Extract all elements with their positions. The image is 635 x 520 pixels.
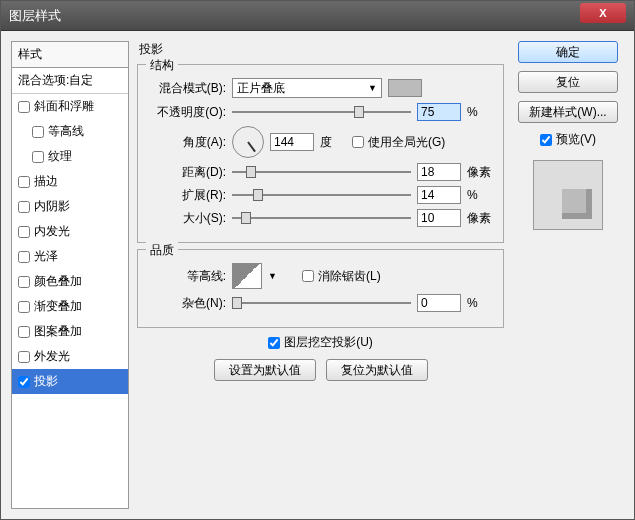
- side-panel: 确定 复位 新建样式(W)... 预览(V): [512, 41, 624, 509]
- ok-button[interactable]: 确定: [518, 41, 618, 63]
- style-item-checkbox[interactable]: [18, 326, 30, 338]
- new-style-button[interactable]: 新建样式(W)...: [518, 101, 618, 123]
- size-slider[interactable]: [232, 211, 411, 225]
- noise-label: 杂色(N):: [148, 295, 226, 312]
- style-item-label: 外发光: [34, 348, 70, 365]
- blend-options-row[interactable]: 混合选项:自定: [12, 68, 128, 94]
- layer-style-dialog: 图层样式 X 样式 混合选项:自定 斜面和浮雕等高线纹理描边内阴影内发光光泽颜色…: [0, 0, 635, 520]
- style-item-checkbox[interactable]: [18, 276, 30, 288]
- style-item-label: 等高线: [48, 123, 84, 140]
- size-input[interactable]: [417, 209, 461, 227]
- style-item-内阴影[interactable]: 内阴影: [12, 194, 128, 219]
- style-item-label: 内阴影: [34, 198, 70, 215]
- structure-group: 结构 混合模式(B): 正片叠底 不透明度(O): % 角度(A): 度: [137, 64, 504, 243]
- style-item-label: 纹理: [48, 148, 72, 165]
- style-item-描边[interactable]: 描边: [12, 169, 128, 194]
- close-button[interactable]: X: [580, 3, 626, 23]
- chevron-down-icon[interactable]: ▼: [268, 271, 280, 281]
- style-item-checkbox[interactable]: [18, 101, 30, 113]
- preview-checkbox[interactable]: 预览(V): [518, 131, 618, 148]
- style-item-图案叠加[interactable]: 图案叠加: [12, 319, 128, 344]
- style-item-投影[interactable]: 投影: [12, 369, 128, 394]
- spread-label: 扩展(R):: [148, 187, 226, 204]
- angle-label: 角度(A):: [148, 134, 226, 151]
- shadow-color-swatch[interactable]: [388, 79, 422, 97]
- style-item-颜色叠加[interactable]: 颜色叠加: [12, 269, 128, 294]
- distance-label: 距离(D):: [148, 164, 226, 181]
- contour-picker[interactable]: [232, 263, 262, 289]
- section-title: 投影: [139, 41, 504, 58]
- style-item-渐变叠加[interactable]: 渐变叠加: [12, 294, 128, 319]
- style-item-label: 斜面和浮雕: [34, 98, 94, 115]
- style-item-checkbox[interactable]: [32, 126, 44, 138]
- noise-input[interactable]: [417, 294, 461, 312]
- distance-unit: 像素: [467, 164, 493, 181]
- make-default-button[interactable]: 设置为默认值: [214, 359, 316, 381]
- angle-dial[interactable]: [232, 126, 264, 158]
- preview-thumbnail: [533, 160, 603, 230]
- main-panel: 投影 结构 混合模式(B): 正片叠底 不透明度(O): % 角度(A):: [129, 41, 512, 509]
- style-item-外发光[interactable]: 外发光: [12, 344, 128, 369]
- angle-unit: 度: [320, 134, 346, 151]
- style-item-checkbox[interactable]: [18, 201, 30, 213]
- style-item-label: 内发光: [34, 223, 70, 240]
- style-item-label: 颜色叠加: [34, 273, 82, 290]
- style-item-checkbox[interactable]: [18, 351, 30, 363]
- style-item-等高线[interactable]: 等高线: [12, 119, 128, 144]
- blend-mode-label: 混合模式(B):: [148, 80, 226, 97]
- structure-legend: 结构: [146, 57, 178, 74]
- noise-unit: %: [467, 296, 493, 310]
- style-item-label: 图案叠加: [34, 323, 82, 340]
- quality-legend: 品质: [146, 242, 178, 259]
- opacity-input[interactable]: [417, 103, 461, 121]
- global-light-checkbox[interactable]: 使用全局光(G): [352, 134, 445, 151]
- spread-unit: %: [467, 188, 493, 202]
- style-item-label: 光泽: [34, 248, 58, 265]
- style-item-checkbox[interactable]: [18, 376, 30, 388]
- style-item-checkbox[interactable]: [32, 151, 44, 163]
- close-icon: X: [599, 7, 606, 19]
- style-item-斜面和浮雕[interactable]: 斜面和浮雕: [12, 94, 128, 119]
- style-item-纹理[interactable]: 纹理: [12, 144, 128, 169]
- cancel-button[interactable]: 复位: [518, 71, 618, 93]
- styles-panel: 样式 混合选项:自定 斜面和浮雕等高线纹理描边内阴影内发光光泽颜色叠加渐变叠加图…: [11, 41, 129, 509]
- style-item-checkbox[interactable]: [18, 176, 30, 188]
- styles-header: 样式: [12, 42, 128, 68]
- distance-slider[interactable]: [232, 165, 411, 179]
- size-unit: 像素: [467, 210, 493, 227]
- spread-input[interactable]: [417, 186, 461, 204]
- opacity-label: 不透明度(O):: [148, 104, 226, 121]
- style-item-label: 渐变叠加: [34, 298, 82, 315]
- window-title: 图层样式: [9, 7, 61, 25]
- quality-group: 品质 等高线: ▼ 消除锯齿(L) 杂色(N): %: [137, 249, 504, 328]
- antialias-checkbox[interactable]: 消除锯齿(L): [302, 268, 381, 285]
- style-item-内发光[interactable]: 内发光: [12, 219, 128, 244]
- style-item-label: 描边: [34, 173, 58, 190]
- style-item-光泽[interactable]: 光泽: [12, 244, 128, 269]
- spread-slider[interactable]: [232, 188, 411, 202]
- noise-slider[interactable]: [232, 296, 411, 310]
- knockout-checkbox[interactable]: 图层挖空投影(U): [137, 334, 504, 351]
- distance-input[interactable]: [417, 163, 461, 181]
- style-item-checkbox[interactable]: [18, 226, 30, 238]
- style-item-label: 投影: [34, 373, 58, 390]
- opacity-unit: %: [467, 105, 493, 119]
- size-label: 大小(S):: [148, 210, 226, 227]
- contour-label: 等高线:: [148, 268, 226, 285]
- titlebar: 图层样式 X: [1, 1, 634, 31]
- opacity-slider[interactable]: [232, 105, 411, 119]
- style-item-checkbox[interactable]: [18, 301, 30, 313]
- style-item-checkbox[interactable]: [18, 251, 30, 263]
- angle-input[interactable]: [270, 133, 314, 151]
- blend-mode-combo[interactable]: 正片叠底: [232, 78, 382, 98]
- reset-default-button[interactable]: 复位为默认值: [326, 359, 428, 381]
